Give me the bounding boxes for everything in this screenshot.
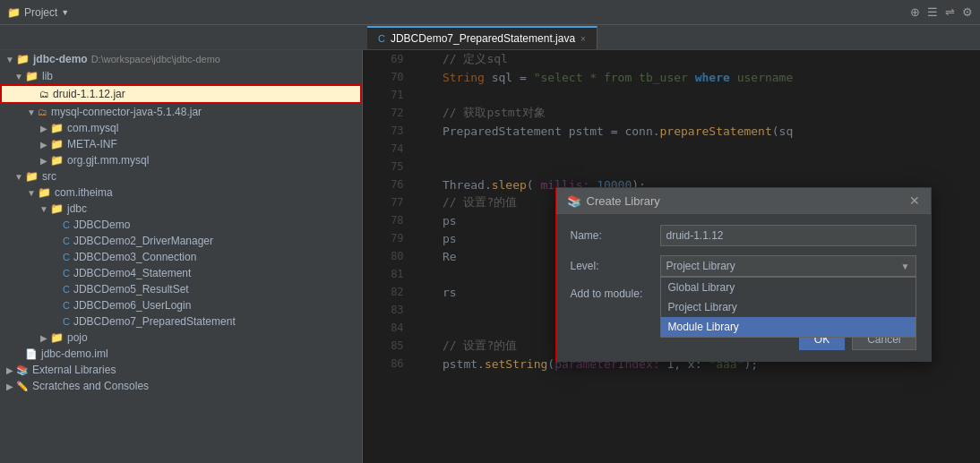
itheima-label: com.itheima	[55, 186, 113, 199]
sidebar-item-commysql[interactable]: ▶ 📁 com.mysql	[0, 120, 362, 136]
settings-icon[interactable]: ⚙	[962, 5, 973, 19]
jdbcdemo4-label: JDBCDemo4_Statement	[73, 267, 191, 279]
jdbcdemo7-label: JDBCDemo7_PreparedStatement	[73, 315, 236, 328]
level-dropdown-list: Global Library Project Library Module Li…	[660, 277, 916, 338]
sidebar-item-iml[interactable]: 📄 jdbc-demo.iml	[0, 346, 362, 362]
scratches-icon: ✏️	[16, 381, 29, 392]
expand-arrow-lib: ▼	[13, 72, 25, 81]
class-icon-2: C	[63, 236, 70, 246]
iml-icon: 📄	[25, 348, 38, 360]
sidebar-item-jdbcdemo7[interactable]: C JDBCDemo7_PreparedStatement	[0, 313, 362, 330]
expand-arrow-mysql: ▼	[25, 107, 38, 117]
expand-arrow-commysql: ▶	[38, 124, 50, 133]
sidebar-item-jdbc[interactable]: ▼ 📁 jdbc	[0, 201, 362, 217]
jdbcdemo3-label: JDBCDemo3_Connection	[73, 251, 196, 263]
sidebar-item-mysql-connector[interactable]: ▼ 🗂 mysql-connector-java-5.1.48.jar	[0, 104, 362, 120]
src-icon: 📁	[25, 170, 39, 183]
toolbar-icons: ⊕ ☰ ⇌ ⚙	[910, 5, 973, 19]
level-selected-text: Project Library	[666, 260, 735, 272]
level-label: Level:	[571, 260, 660, 272]
sidebar-item-jdbcdemo4[interactable]: C JDBCDemo4_Statement	[0, 265, 362, 281]
sidebar-item-comitheima[interactable]: ▼ 📁 com.itheima	[0, 184, 362, 201]
sidebar-item-jdbcdemo[interactable]: C JDBCDemo	[0, 217, 362, 233]
expand-arrow-metainf: ▶	[38, 140, 50, 150]
top-bar: 📁 Project ▼ ⊕ ☰ ⇌ ⚙	[0, 0, 980, 25]
pojo-label: pojo	[67, 331, 88, 344]
jdbcdemo5-label: JDBCDemo5_ResultSet	[73, 283, 189, 296]
jdbcdemo-label: JDBCDemo	[73, 219, 130, 231]
code-editor[interactable]: 69 // 定义sql 70 String sql = "select * fr…	[363, 50, 980, 463]
class-icon-5: C	[63, 284, 70, 295]
expand-arrow-itheima: ▼	[25, 188, 38, 198]
orggjt-icon: 📁	[50, 154, 64, 167]
druid-label: druid-1.1.12.jar	[53, 88, 125, 100]
sidebar-item-jdbcdemo3[interactable]: C JDBCDemo3_Connection	[0, 249, 362, 265]
class-icon-4: C	[63, 268, 70, 279]
sidebar-item-scratches[interactable]: ▶ ✏️ Scratches and Consoles	[0, 378, 362, 394]
jdbc-pkg-icon: 📁	[50, 202, 64, 215]
sidebar-item-lib[interactable]: ▼ 📁 lib	[0, 68, 362, 84]
druid-jar-icon: 🗂	[39, 89, 49, 99]
main-area: ▼ 📁 jdbc-demo D:\workspace\jdbc\jdbc-dem…	[0, 50, 980, 463]
sidebar-item-pojo[interactable]: ▶ 📁 pojo	[0, 330, 362, 346]
scratches-label: Scratches and Consoles	[32, 380, 149, 392]
name-row: Name:	[571, 225, 916, 246]
pojo-icon: 📁	[50, 331, 64, 344]
expand-arrow-pojo: ▶	[38, 333, 50, 343]
sidebar-item-jdbcdemo2[interactable]: C JDBCDemo2_DriverManager	[0, 233, 362, 249]
modal-title: 📚 Create Library	[567, 194, 660, 208]
tab-close-button[interactable]: ×	[580, 34, 586, 44]
level-dropdown[interactable]: Project Library ▼ Global Library Project…	[660, 255, 916, 277]
tab-jdbc-demo7[interactable]: C JDBCDemo7_PreparedStatement.java ×	[367, 26, 597, 49]
tab-bar: C JDBCDemo7_PreparedStatement.java ×	[0, 25, 980, 50]
expand-arrow-orggjt: ▶	[38, 156, 50, 166]
name-input[interactable]	[660, 225, 916, 246]
level-option-module[interactable]: Module Library	[661, 317, 916, 337]
tab-label: JDBCDemo7_PreparedStatement.java	[391, 32, 575, 45]
external-libs-label: External Libraries	[32, 364, 116, 376]
jdbcdemo2-label: JDBCDemo2_DriverManager	[73, 235, 213, 247]
modal-overlay: 📚 Create Library ✕ Name: Level:	[363, 50, 980, 463]
sidebar-item-orggjt[interactable]: ▶ 📁 org.gjt.mm.mysql	[0, 152, 362, 168]
class-icon-6: C	[63, 300, 70, 311]
root-path: D:\workspace\jdbc\jdbc-demo	[91, 54, 220, 64]
class-icon-1: C	[63, 219, 70, 230]
modal-icon: 📚	[567, 194, 581, 208]
list-icon[interactable]: ☰	[927, 5, 938, 19]
level-option-global[interactable]: Global Library	[661, 278, 916, 297]
itheima-icon: 📁	[38, 186, 51, 199]
expand-arrow: ▼	[4, 55, 16, 64]
create-library-dialog: 📚 Create Library ✕ Name: Level:	[555, 187, 932, 362]
level-option-project[interactable]: Project Library	[661, 297, 916, 317]
modal-title-text: Create Library	[587, 194, 660, 208]
sidebar-item-metainf[interactable]: ▶ 📁 META-INF	[0, 136, 362, 152]
root-label: jdbc-demo	[33, 53, 88, 65]
add-icon[interactable]: ⊕	[910, 5, 920, 19]
expand-arrow-ext: ▶	[4, 365, 16, 375]
class-icon-3: C	[63, 252, 70, 262]
sidebar: ▼ 📁 jdbc-demo D:\workspace\jdbc\jdbc-dem…	[0, 50, 363, 463]
class-icon-7: C	[63, 316, 70, 327]
sidebar-item-jdbcdemo6[interactable]: C JDBCDemo6_UserLogin	[0, 297, 362, 313]
sidebar-item-src[interactable]: ▼ 📁 src	[0, 168, 362, 184]
sidebar-item-jdbcdemo5[interactable]: C JDBCDemo5_ResultSet	[0, 281, 362, 297]
add-to-module-label: Add to module:	[571, 287, 660, 300]
modal-close-button[interactable]: ✕	[909, 193, 920, 208]
sidebar-item-druid[interactable]: 🗂 druid-1.1.12.jar	[0, 84, 362, 104]
level-dropdown-selected[interactable]: Project Library ▼	[660, 255, 916, 277]
project-icon: 📁	[7, 6, 21, 19]
modal-body: Name: Level: Project Library ▼ Glob	[556, 214, 931, 322]
sync-icon[interactable]: ⇌	[945, 5, 955, 19]
lib-label: lib	[42, 70, 53, 82]
dropdown-arrow-icon: ▼	[61, 8, 69, 17]
orggjt-label: org.gjt.mm.mysql	[67, 154, 149, 167]
modal-header: 📚 Create Library ✕	[556, 188, 931, 214]
folder-icon: 📁	[16, 53, 30, 65]
mysql-jar-icon: 🗂	[38, 107, 47, 117]
iml-label: jdbc-demo.iml	[41, 347, 108, 360]
sidebar-item-external-libs[interactable]: ▶ 📚 External Libraries	[0, 362, 362, 378]
tree-root[interactable]: ▼ 📁 jdbc-demo D:\workspace\jdbc\jdbc-dem…	[0, 50, 362, 68]
jdbc-label: jdbc	[67, 202, 87, 215]
commysql-icon: 📁	[50, 122, 64, 134]
jdbcdemo6-label: JDBCDemo6_UserLogin	[73, 299, 191, 312]
